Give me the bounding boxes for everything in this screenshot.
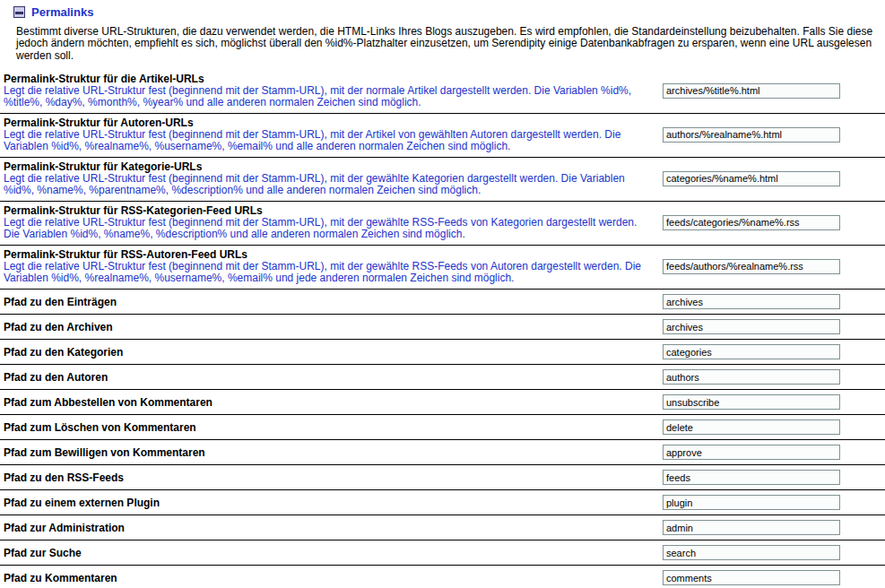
- path-input[interactable]: [663, 545, 840, 560]
- section-input-cell: [662, 114, 885, 157]
- path-label: Pfad zur Suche: [4, 547, 82, 559]
- permalink-section-row: Permalink-Struktur für Kategorie-URLs Le…: [0, 158, 885, 202]
- path-label-cell: Pfad zu Kommentaren: [0, 572, 662, 584]
- section-description: Legt die relative URL-Struktur fest (beg…: [4, 129, 655, 152]
- path-input-cell: [662, 570, 885, 585]
- section-description: Legt die relative URL-Struktur fest (beg…: [4, 85, 655, 108]
- path-label: Pfad zur Administration: [4, 522, 125, 534]
- path-label-cell: Pfad zu den Kategorien: [0, 346, 662, 359]
- path-label-cell: Pfad zu den Autoren: [0, 371, 662, 384]
- section-text-cell: Permalink-Struktur für RSS-Kategorien-Fe…: [0, 202, 662, 245]
- path-input[interactable]: [663, 419, 840, 435]
- section-input-cell: [662, 70, 885, 113]
- path-settings-list: Pfad zu den Einträgen Pfad zu den Archiv…: [0, 290, 885, 588]
- path-label-cell: Pfad zur Suche: [0, 547, 662, 559]
- path-label-cell: Pfad zum Abbestellen von Kommentaren: [0, 396, 662, 409]
- path-row: Pfad zu den Einträgen: [0, 290, 885, 315]
- permalink-structure-list: Permalink-Struktur für die Artikel-URLs …: [0, 70, 885, 290]
- path-input-cell: [662, 344, 885, 359]
- section-title: Permalink-Struktur für Autoren-URLs: [4, 117, 655, 129]
- permalink-section-row: Permalink-Struktur für RSS-Autoren-Feed …: [0, 246, 885, 290]
- path-label-cell: Pfad zu den Archiven: [0, 321, 662, 333]
- path-row: Pfad zu den RSS-Feeds: [0, 465, 885, 490]
- section-input-cell: [662, 202, 885, 245]
- section-input-cell: [662, 246, 885, 289]
- section-title: Permalink-Struktur für RSS-Kategorien-Fe…: [4, 204, 655, 217]
- path-row: Pfad zum Löschen von Kommentaren: [0, 415, 885, 440]
- path-input[interactable]: [663, 520, 840, 535]
- path-row: Pfad zu den Autoren: [0, 365, 885, 390]
- permalink-structure-input[interactable]: [663, 259, 840, 274]
- path-label-cell: Pfad zum Löschen von Kommentaren: [0, 421, 662, 434]
- section-header: Permalinks: [0, 0, 885, 19]
- path-input-cell: [662, 369, 885, 385]
- collapse-minus-icon[interactable]: [13, 6, 25, 18]
- path-label-cell: Pfad zu den RSS-Feeds: [0, 471, 662, 484]
- path-label: Pfad zu den Kategorien: [4, 346, 123, 359]
- path-row: Pfad zum Abbestellen von Kommentaren: [0, 390, 885, 415]
- permalink-structure-input[interactable]: [663, 171, 840, 186]
- permalink-structure-input[interactable]: [663, 83, 840, 99]
- path-label: Pfad zu den Autoren: [4, 371, 108, 384]
- path-label: Pfad zu den RSS-Feeds: [4, 471, 124, 484]
- section-title: Permalink-Struktur für RSS-Autoren-Feed …: [4, 248, 655, 261]
- path-label-cell: Pfad zu den Einträgen: [0, 296, 662, 308]
- path-input-cell: [662, 545, 885, 560]
- path-label-cell: Pfad zum Bewilligen von Kommentaren: [0, 446, 662, 459]
- section-title: Permalink-Struktur für Kategorie-URLs: [4, 160, 655, 173]
- path-label: Pfad zu den Einträgen: [4, 296, 117, 308]
- section-description: Legt die relative URL-Struktur fest (beg…: [4, 261, 655, 284]
- section-text-cell: Permalink-Struktur für die Artikel-URLs …: [0, 70, 662, 113]
- section-input-cell: [662, 158, 885, 201]
- path-input[interactable]: [663, 394, 840, 410]
- permalink-structure-input[interactable]: [663, 127, 840, 143]
- path-input[interactable]: [663, 369, 840, 385]
- permalink-section-row: Permalink-Struktur für Autoren-URLs Legt…: [0, 114, 885, 158]
- path-row: Pfad zur Administration: [0, 515, 885, 540]
- section-description: Legt die relative URL-Struktur fest (beg…: [4, 173, 655, 196]
- section-title: Permalink-Struktur für die Artikel-URLs: [4, 73, 655, 85]
- path-input-cell: [662, 319, 885, 334]
- path-input-cell: [662, 394, 885, 410]
- path-label: Pfad zu Kommentaren: [4, 572, 117, 584]
- permalink-structure-input[interactable]: [663, 215, 840, 230]
- path-input-cell: [662, 495, 885, 510]
- path-label: Pfad zu einem externen Plugin: [4, 497, 160, 509]
- path-row: Pfad zum Bewilligen von Kommentaren: [0, 440, 885, 465]
- path-label: Pfad zu den Archiven: [4, 321, 113, 333]
- path-label-cell: Pfad zu einem externen Plugin: [0, 497, 662, 509]
- path-input[interactable]: [663, 570, 840, 585]
- path-input[interactable]: [663, 445, 840, 460]
- section-text-cell: Permalink-Struktur für RSS-Autoren-Feed …: [0, 246, 662, 289]
- path-row: Pfad zu Kommentaren: [0, 566, 885, 588]
- path-label: Pfad zum Löschen von Kommentaren: [4, 421, 196, 434]
- path-input[interactable]: [663, 294, 840, 309]
- path-row: Pfad zu den Archiven: [0, 315, 885, 340]
- path-input-cell: [662, 445, 885, 460]
- path-label: Pfad zum Bewilligen von Kommentaren: [4, 446, 205, 459]
- intro-text: Bestimmt diverse URL-Strukturen, die daz…: [16, 26, 875, 62]
- path-input-cell: [662, 419, 885, 435]
- permalink-section-row: Permalink-Struktur für die Artikel-URLs …: [0, 70, 885, 114]
- page-title[interactable]: Permalinks: [31, 5, 93, 19]
- section-description: Legt die relative URL-Struktur fest (beg…: [4, 217, 655, 240]
- path-label-cell: Pfad zur Administration: [0, 522, 662, 534]
- path-input-cell: [662, 520, 885, 535]
- path-input[interactable]: [663, 495, 840, 510]
- path-label: Pfad zum Abbestellen von Kommentaren: [4, 396, 213, 409]
- path-input[interactable]: [663, 344, 840, 359]
- permalink-section-row: Permalink-Struktur für RSS-Kategorien-Fe…: [0, 202, 885, 246]
- section-text-cell: Permalink-Struktur für Kategorie-URLs Le…: [0, 158, 662, 201]
- path-row: Pfad zur Suche: [0, 540, 885, 566]
- path-input-cell: [662, 294, 885, 309]
- path-input[interactable]: [663, 319, 840, 334]
- section-text-cell: Permalink-Struktur für Autoren-URLs Legt…: [0, 114, 662, 157]
- path-input-cell: [662, 470, 885, 485]
- path-row: Pfad zu einem externen Plugin: [0, 490, 885, 515]
- minus-bar: [15, 12, 23, 14]
- path-row: Pfad zu den Kategorien: [0, 340, 885, 365]
- path-input[interactable]: [663, 470, 840, 485]
